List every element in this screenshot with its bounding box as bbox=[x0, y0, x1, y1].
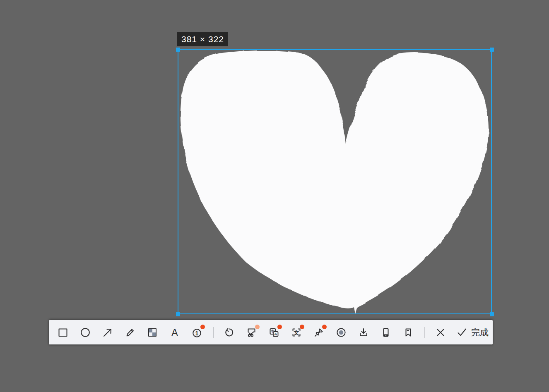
rectangle-icon bbox=[58, 327, 68, 338]
annotation-toolbar: A 1 中 A bbox=[49, 320, 493, 344]
toolbar-separator bbox=[213, 327, 214, 338]
cut-tool-button[interactable] bbox=[244, 323, 260, 342]
notification-badge bbox=[322, 325, 327, 329]
svg-text:A: A bbox=[171, 327, 178, 338]
record-tool-button[interactable] bbox=[333, 323, 349, 342]
bookmark-icon bbox=[403, 327, 414, 338]
notification-badge bbox=[255, 325, 260, 329]
pin-tool-button[interactable] bbox=[311, 323, 327, 342]
toolbar-separator bbox=[424, 327, 425, 338]
svg-text:文: 文 bbox=[294, 329, 299, 335]
pencil-icon bbox=[125, 327, 135, 338]
selection-handle-bottom-right[interactable] bbox=[490, 312, 494, 316]
close-icon bbox=[435, 327, 446, 338]
capture-selection-region[interactable] bbox=[178, 49, 492, 314]
phone-icon bbox=[380, 327, 391, 338]
notification-badge bbox=[200, 325, 205, 329]
selection-handle-bottom-left[interactable] bbox=[176, 312, 180, 316]
close-button[interactable] bbox=[433, 323, 448, 342]
text-icon: A bbox=[169, 327, 180, 338]
step-number-tool-button[interactable]: 1 bbox=[189, 323, 205, 342]
arrow-icon bbox=[102, 327, 113, 338]
selection-handle-top-right[interactable] bbox=[490, 48, 494, 52]
svg-text:1: 1 bbox=[195, 330, 199, 336]
ellipse-icon bbox=[80, 327, 91, 338]
save-button[interactable] bbox=[356, 323, 371, 342]
heart-image bbox=[178, 49, 492, 314]
svg-text:A: A bbox=[274, 332, 277, 336]
ellipse-tool-button[interactable] bbox=[77, 323, 93, 342]
save-download-icon bbox=[358, 327, 369, 338]
selection-handle-top-left[interactable] bbox=[176, 48, 180, 52]
rectangle-tool-button[interactable] bbox=[55, 323, 71, 342]
undo-icon bbox=[224, 327, 235, 338]
notification-badge bbox=[300, 325, 304, 329]
ocr-tool-button[interactable]: 文 bbox=[289, 323, 304, 342]
arrow-tool-button[interactable] bbox=[100, 323, 116, 342]
done-button-label: 完成 bbox=[471, 323, 489, 342]
checkmark-icon bbox=[457, 327, 467, 338]
undo-button[interactable] bbox=[222, 323, 237, 342]
selection-dimension-label: 381 × 322 bbox=[177, 32, 228, 46]
translate-tool-button[interactable]: 中 A bbox=[266, 323, 282, 342]
bookmark-button[interactable] bbox=[400, 323, 416, 342]
mosaic-tool-button[interactable] bbox=[144, 323, 160, 342]
pencil-tool-button[interactable] bbox=[122, 323, 138, 342]
notification-badge bbox=[277, 325, 282, 329]
text-tool-button[interactable]: A bbox=[167, 323, 183, 342]
done-button[interactable]: 完成 bbox=[455, 323, 490, 342]
record-icon bbox=[336, 327, 347, 338]
mosaic-icon bbox=[147, 327, 158, 338]
phone-preview-button[interactable] bbox=[378, 323, 394, 342]
